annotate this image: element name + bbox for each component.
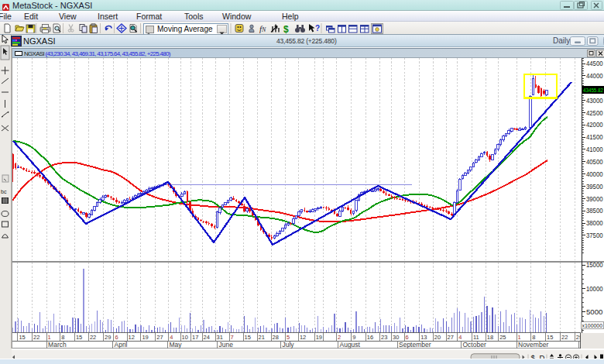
svg-text:10000: 10000 [586, 285, 603, 293]
svg-text:4: 4 [170, 334, 173, 341]
svg-text:June: June [219, 341, 234, 349]
svg-text:39500: 39500 [586, 183, 603, 191]
svg-text:41500: 41500 [586, 133, 603, 141]
svg-text:15: 15 [19, 334, 25, 341]
svg-text:4: 4 [458, 334, 462, 341]
svg-text:October: October [463, 341, 486, 349]
svg-text:5: 5 [287, 334, 290, 341]
svg-text:41000: 41000 [586, 146, 603, 153]
svg-text:37500: 37500 [586, 232, 603, 239]
svg-text:May: May [170, 341, 183, 349]
svg-text:19: 19 [142, 334, 148, 341]
svg-text:27: 27 [448, 334, 454, 341]
svg-text:15000: 15000 [586, 261, 603, 269]
svg-text:15: 15 [245, 334, 251, 341]
svg-text:12: 12 [129, 334, 135, 341]
svg-text:18: 18 [487, 334, 493, 341]
svg-text:40500: 40500 [586, 158, 603, 166]
svg-text:5000: 5000 [586, 308, 603, 316]
svg-text:12: 12 [300, 334, 306, 341]
svg-text:22: 22 [561, 334, 568, 341]
svg-text:8: 8 [532, 334, 535, 341]
svg-text:19: 19 [316, 334, 322, 341]
svg-text:9: 9 [352, 334, 355, 341]
svg-text:23: 23 [381, 334, 387, 341]
svg-text:1: 1 [518, 334, 521, 341]
svg-text:31: 31 [217, 334, 223, 341]
svg-text:1: 1 [48, 334, 51, 341]
svg-text:November: November [518, 341, 548, 349]
svg-text:15: 15 [76, 334, 82, 341]
svg-text:10: 10 [182, 334, 188, 341]
svg-text:6: 6 [115, 334, 118, 341]
svg-text:42500: 42500 [586, 109, 603, 117]
svg-text:25: 25 [499, 334, 506, 341]
svg-text:28: 28 [273, 334, 279, 341]
svg-text:43000: 43000 [586, 97, 603, 105]
svg-text:7: 7 [231, 334, 234, 341]
svg-text:2: 2 [338, 334, 341, 341]
svg-text:30: 30 [393, 334, 399, 341]
svg-text:11: 11 [473, 334, 479, 341]
svg-text:March: March [48, 341, 67, 349]
svg-text:July: July [283, 341, 295, 349]
svg-text:39000: 39000 [586, 195, 603, 203]
svg-text:20: 20 [434, 334, 441, 341]
svg-text:24: 24 [204, 334, 210, 341]
svg-text:42000: 42000 [586, 121, 603, 129]
svg-text:16: 16 [367, 334, 373, 341]
svg-text:27: 27 [156, 334, 163, 341]
svg-text:8: 8 [61, 334, 64, 341]
svg-text:40000: 40000 [586, 170, 603, 178]
svg-text:38000: 38000 [586, 219, 603, 227]
svg-text:6: 6 [406, 334, 409, 341]
svg-text:38500: 38500 [586, 207, 603, 215]
svg-text:44500: 44500 [586, 60, 603, 67]
svg-text:22: 22 [90, 334, 96, 341]
svg-text:September: September [399, 341, 431, 349]
svg-text:August: August [340, 341, 361, 349]
svg-text:44000: 44000 [586, 72, 603, 80]
svg-text:15: 15 [547, 334, 553, 341]
svg-text:17: 17 [192, 334, 198, 341]
svg-text:22: 22 [33, 334, 39, 341]
svg-text:April: April [115, 341, 128, 349]
svg-text:x100000: x100000 [582, 323, 603, 328]
svg-text:21: 21 [259, 334, 265, 341]
svg-text:29: 29 [105, 334, 111, 341]
svg-text:13: 13 [420, 334, 427, 341]
svg-text:43455.82: 43455.82 [583, 87, 603, 94]
